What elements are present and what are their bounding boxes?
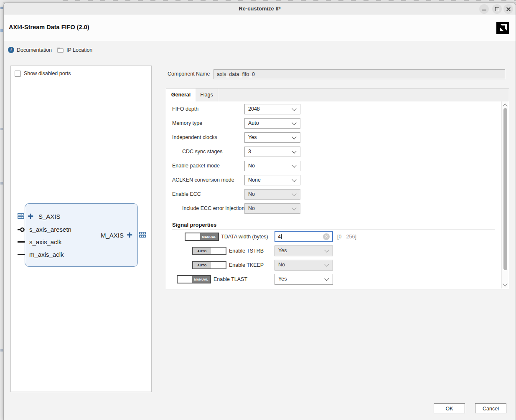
dialog-header: AXI4-Stream Data FIFO (2.0) — [4, 15, 516, 41]
field-label: Enable ECC — [172, 189, 201, 200]
background-app-mark — [0, 349, 3, 352]
chevron-down-icon — [292, 205, 296, 210]
tkeep-auto-manual-toggle[interactable]: AUTO — [192, 261, 226, 269]
selected-value: Yes — [278, 274, 287, 284]
screen: Re-customize IP AXI4-Stream Data FIFO (2… — [0, 0, 516, 420]
ip-location-button[interactable]: IP Location — [57, 41, 92, 59]
selected-value: No — [278, 260, 285, 270]
enable-packet-mode-select[interactable]: No — [244, 161, 300, 171]
component-name-input[interactable]: axis_data_fifo_0 — [214, 69, 505, 79]
fifo-depth-select[interactable]: 2048 — [244, 104, 300, 114]
tlast-auto-manual-toggle[interactable]: MANUAL — [177, 275, 211, 283]
cdc-sync-stages-select[interactable]: 3 — [244, 147, 300, 157]
field-label: Enable packet mode — [172, 161, 220, 171]
dialog-title: Re-customize IP — [4, 3, 516, 15]
field-row-fifo-depth: FIFO depth 2048 — [166, 104, 501, 115]
chevron-down-icon — [292, 106, 296, 111]
background-app-sliver-left — [0, 3, 3, 420]
field-row-cdc-sync-stages: CDC sync stages 3 — [166, 147, 501, 157]
port-s-axis-aclk: s_axis_aclk — [29, 238, 62, 245]
ip-location-label: IP Location — [66, 47, 92, 53]
cancel-button[interactable]: Cancel — [475, 403, 506, 413]
selected-value: Yes — [278, 246, 287, 256]
aclken-conversion-mode-select[interactable]: None — [244, 175, 300, 185]
documentation-button[interactable]: i Documentation — [8, 41, 52, 59]
dialog-titlebar[interactable]: Re-customize IP — [4, 3, 516, 15]
clock-pin-icon — [18, 241, 25, 243]
show-disabled-ports-checkbox[interactable] — [15, 71, 21, 77]
chevron-down-icon — [292, 120, 296, 125]
selected-value: Yes — [248, 133, 257, 142]
minimize-button[interactable] — [479, 4, 489, 14]
show-disabled-ports-row[interactable]: Show disabled ports — [15, 70, 71, 77]
field-row-independent-clocks: Independent clocks Yes — [166, 132, 501, 143]
signal-label: Enable TKEEP — [229, 260, 264, 271]
field-row-enable-ecc: Enable ECC No — [166, 189, 501, 200]
chevron-down-icon — [292, 163, 296, 167]
tab-strip: General Flags — [166, 89, 509, 102]
port-s-axis-aresetn: s_axis_aresetn — [29, 226, 71, 233]
scroll-down-icon[interactable] — [503, 281, 507, 286]
range-hint: [0 - 256] — [337, 231, 356, 242]
close-button[interactable] — [503, 4, 513, 14]
background-app-mark — [0, 29, 3, 32]
clock-pin-icon — [18, 254, 25, 255]
tdata-width-input[interactable]: 4 ✕ — [275, 231, 333, 242]
vertical-scrollbar[interactable] — [501, 101, 508, 288]
scrollbar-thumb[interactable] — [503, 108, 507, 270]
ip-block-diagram[interactable]: + S_AXIS s_axis_aresetn s_axis_aclk m_ax… — [25, 203, 138, 267]
reset-pin-icon — [18, 227, 25, 232]
maximize-button[interactable] — [492, 4, 502, 14]
field-row-enable-packet-mode: Enable packet mode No — [166, 161, 501, 172]
toggle-empty-half — [211, 248, 226, 254]
selected-value: No — [248, 204, 255, 213]
field-label: Include ECC error injection — [182, 203, 244, 214]
signal-row-enable-tkeep: AUTO Enable TKEEP No — [166, 260, 501, 271]
amd-xilinx-logo — [496, 22, 509, 34]
section-divider — [172, 230, 495, 230]
toggle-mode-label: AUTO — [193, 262, 211, 268]
field-row-include-ecc-error-injection: Include ECC error injection No — [166, 203, 501, 214]
port-m-axis-aclk: m_axis_aclk — [29, 251, 64, 258]
selected-value: 3 — [248, 147, 251, 157]
component-name-label: Component Name — [168, 69, 210, 79]
enable-ecc-select: No — [244, 189, 300, 200]
bus-interface-icon — [139, 232, 146, 238]
field-label: Independent clocks — [172, 132, 217, 143]
input-value: 4 — [278, 232, 282, 241]
enable-tkeep-select: No — [275, 260, 333, 271]
independent-clocks-select[interactable]: Yes — [244, 132, 300, 143]
selected-value: No — [248, 161, 255, 171]
tab-flags[interactable]: Flags — [196, 89, 218, 101]
clear-icon[interactable]: ✕ — [323, 233, 330, 240]
selected-value: 2048 — [248, 104, 260, 114]
show-disabled-ports-label: Show disabled ports — [24, 71, 71, 76]
signal-label: Enable TSTRB — [229, 245, 264, 256]
field-row-aclken-conversion-mode: ACLKEN conversion mode None — [166, 175, 501, 186]
chevron-down-icon — [292, 191, 296, 196]
memory-type-select[interactable]: Auto — [244, 118, 300, 129]
tab-general[interactable]: General — [166, 89, 196, 102]
background-app-mark — [0, 128, 3, 130]
toggle-empty-half — [178, 276, 192, 283]
expand-plus-icon[interactable]: + — [28, 212, 33, 220]
signal-properties-title: Signal properties — [172, 222, 216, 228]
chevron-down-icon — [324, 262, 329, 266]
field-label: CDC sync stages — [182, 147, 223, 157]
toggle-empty-half — [211, 262, 226, 268]
recustomize-ip-dialog: Re-customize IP AXI4-Stream Data FIFO (2… — [3, 3, 516, 420]
signal-row-tdata-width: MANUAL TDATA width (bytes) 4 ✕ [0 - 256] — [166, 231, 501, 243]
tstrb-auto-manual-toggle[interactable]: AUTO — [192, 247, 226, 255]
toggle-mode-label: MANUAL — [200, 233, 218, 240]
ip-symbol-panel: Show disabled ports + S_AXIS — [10, 66, 152, 392]
expand-plus-icon[interactable]: + — [127, 231, 132, 239]
enable-tlast-select[interactable]: Yes — [275, 274, 333, 285]
chevron-down-icon — [292, 134, 296, 139]
ok-button[interactable]: OK — [434, 403, 465, 413]
scroll-up-icon[interactable] — [503, 104, 507, 108]
background-app-mark — [0, 182, 3, 185]
documentation-label: Documentation — [17, 47, 52, 53]
selected-value: No — [248, 190, 255, 199]
tdata-width-auto-manual-toggle[interactable]: MANUAL — [185, 233, 219, 241]
chevron-down-icon — [324, 248, 329, 252]
